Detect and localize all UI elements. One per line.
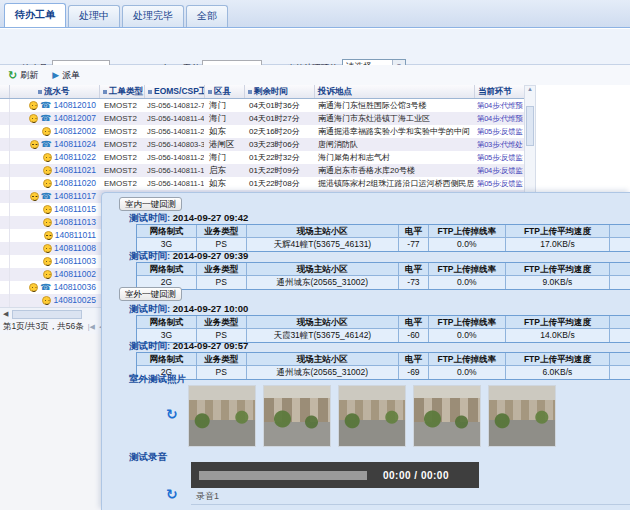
smiley-icon xyxy=(30,140,39,149)
column-icon xyxy=(148,90,152,94)
indoor-retest-button[interactable]: 室内一键回测 xyxy=(119,197,182,211)
step-link[interactable]: 第04步:反馈监控 xyxy=(475,164,524,177)
col-remain[interactable]: 剩余时间 xyxy=(245,85,315,98)
serial-link[interactable]: 140812002 xyxy=(53,125,96,138)
type-cell: EMOST2 xyxy=(100,164,145,177)
table-row[interactable]: ☎140812007EMOST2JS-056-140811-422海门04天01… xyxy=(0,112,524,125)
serial-link[interactable]: 140811020 xyxy=(54,177,96,190)
col-step[interactable]: 当前环节 xyxy=(475,85,524,98)
serial-link[interactable]: 140811013 xyxy=(54,216,96,229)
empty-area xyxy=(0,334,101,510)
tab-pending-orders[interactable]: 待办工单 xyxy=(4,3,66,27)
col-county[interactable]: 区县 xyxy=(205,85,245,98)
location-cell: 南通海门市东灶港镇丁海工业区 xyxy=(315,112,475,125)
scroll-thumb[interactable] xyxy=(526,106,534,146)
serial-link[interactable]: 140811017 xyxy=(54,190,96,203)
grid-header: 流水号 工单类型 EOMS/CSP工单号 区县 剩余时间 投诉地点 当前环节 xyxy=(0,85,524,99)
serial-link[interactable]: 140811002 xyxy=(54,268,96,281)
table-row[interactable]: 140812002EMOST2JS-056-140811-291如东02天16时… xyxy=(0,125,524,138)
smiley-icon xyxy=(43,244,52,253)
col-type[interactable]: 工单类型 xyxy=(100,85,145,98)
test-photo-4[interactable] xyxy=(413,385,481,447)
serial-link[interactable]: 140811024 xyxy=(54,138,96,151)
test-photo-2[interactable] xyxy=(263,385,331,447)
outdoor-retest-button[interactable]: 室外一键回测 xyxy=(119,287,182,301)
remain-cell: 04天01时36分 xyxy=(245,99,315,112)
serial-cell[interactable]: 140811002 xyxy=(10,268,100,281)
table-row[interactable]: ☎140812010EMOST2JS-056-140812-7海门04天01时3… xyxy=(0,99,524,112)
col-eoms[interactable]: EOMS/CSP工单号 xyxy=(145,85,205,98)
pager-text: 第1页/共3页，共56条 xyxy=(3,321,84,333)
serial-link[interactable]: 140811008 xyxy=(54,242,96,255)
test-photo-3[interactable] xyxy=(338,385,406,447)
serial-cell[interactable]: 140811020 xyxy=(10,177,100,190)
smiley-icon xyxy=(44,231,53,240)
step-link[interactable]: 第04步:代维预约 xyxy=(475,99,524,112)
serial-cell[interactable]: ☎140812007 xyxy=(10,112,100,125)
recording-name[interactable]: 录音1 xyxy=(196,490,219,503)
serial-link[interactable]: 140810025 xyxy=(53,294,96,307)
col-serial[interactable]: 流水号 xyxy=(10,85,100,98)
recording-download-icon[interactable]: ↻ xyxy=(166,487,178,501)
step-link[interactable]: 第05步:反馈监控 xyxy=(475,177,524,190)
table-row[interactable]: ☎140811024EMOST2JS-056-140803-344港闸区03天2… xyxy=(0,138,524,151)
audio-progress-bar[interactable] xyxy=(199,471,367,480)
serial-link[interactable]: 140811021 xyxy=(54,164,96,177)
serial-link[interactable]: 140811003 xyxy=(54,255,96,268)
serial-cell[interactable]: 140811015 xyxy=(10,203,100,216)
serial-cell[interactable]: ☎140812010 xyxy=(10,99,100,112)
phone-icon: ☎ xyxy=(40,114,51,123)
serial-cell[interactable]: 140811008 xyxy=(10,242,100,255)
serial-cell[interactable]: 140811013 xyxy=(10,216,100,229)
test-photo-5[interactable] xyxy=(488,385,556,447)
test-photo-1[interactable] xyxy=(188,385,256,447)
grid-toolbar: ↻ 刷新 ▶ 派单 xyxy=(0,65,630,85)
tab-all[interactable]: 全部 xyxy=(186,5,228,27)
scroll-thumb[interactable] xyxy=(12,310,82,319)
col-select xyxy=(0,85,10,98)
serial-cell[interactable]: 140812002 xyxy=(10,125,100,138)
county-cell: 海门 xyxy=(205,112,245,125)
step-link[interactable]: 第04步:代维预约 xyxy=(475,112,524,125)
refresh-button[interactable]: ↻ 刷新 xyxy=(8,69,38,82)
step-link[interactable]: 第05步:反馈监控 xyxy=(475,151,524,164)
column-icon xyxy=(103,90,107,94)
serial-cell[interactable]: 140810025 xyxy=(10,294,100,307)
serial-link[interactable]: 140811011 xyxy=(55,229,96,242)
col-location[interactable]: 投诉地点 xyxy=(315,85,475,98)
photos-download-icon[interactable]: ↻ xyxy=(166,407,178,421)
serial-cell[interactable]: 140811003 xyxy=(10,255,100,268)
serial-link[interactable]: 140811022 xyxy=(54,151,96,164)
tab-processing[interactable]: 处理中 xyxy=(68,5,120,27)
serial-cell[interactable]: 140811011 xyxy=(10,229,100,242)
serial-link[interactable]: 140812010 xyxy=(53,99,96,112)
serial-link[interactable]: 140811015 xyxy=(54,203,96,216)
location-cell: 南通启东市香格水库20号楼 xyxy=(315,164,475,177)
dispatch-button[interactable]: ▶ 派单 xyxy=(52,69,80,82)
tab-completed[interactable]: 处理完毕 xyxy=(122,5,184,27)
step-link[interactable]: 第03步:代维处理 xyxy=(475,138,524,151)
step-link[interactable]: 第05步:反馈监控 xyxy=(475,125,524,138)
first-page-icon[interactable]: |◀ xyxy=(88,323,95,331)
location-cell: 南通掘港幸福路实验小学和实验中学的中间（老秋... xyxy=(315,125,475,138)
audio-player[interactable]: 00:00 / 00:00 xyxy=(191,462,479,488)
table-row[interactable]: 140811020EMOST2JS-056-140811-160如东01天22时… xyxy=(0,177,524,190)
type-cell: EMOST2 xyxy=(100,112,145,125)
remain-cell: 04天01时27分 xyxy=(245,112,315,125)
scroll-left-icon[interactable]: ◀ xyxy=(3,310,8,318)
serial-cell[interactable]: ☎140811024 xyxy=(10,138,100,151)
table-row[interactable]: 140811022EMOST2JS-056-140811-243海门01天22时… xyxy=(0,151,524,164)
serial-link[interactable]: 140812007 xyxy=(53,112,96,125)
serial-cell[interactable]: 140811021 xyxy=(10,164,100,177)
test-audio-label: 测试录音 xyxy=(129,451,167,464)
smiley-icon xyxy=(43,166,52,175)
serial-cell[interactable]: 140811022 xyxy=(10,151,100,164)
serial-cell[interactable]: ☎140811017 xyxy=(10,190,100,203)
serial-cell[interactable]: ☎140810036 xyxy=(10,281,100,294)
remain-cell: 01天22时32分 xyxy=(245,151,315,164)
remain-cell: 01天22时09分 xyxy=(245,164,315,177)
serial-link[interactable]: 140810036 xyxy=(53,281,96,294)
smiley-icon xyxy=(43,257,52,266)
table-row[interactable]: 140811021EMOST2JS-056-140811-150启东01天22时… xyxy=(0,164,524,177)
eoms-cell: JS-056-140811-243 xyxy=(145,151,205,164)
